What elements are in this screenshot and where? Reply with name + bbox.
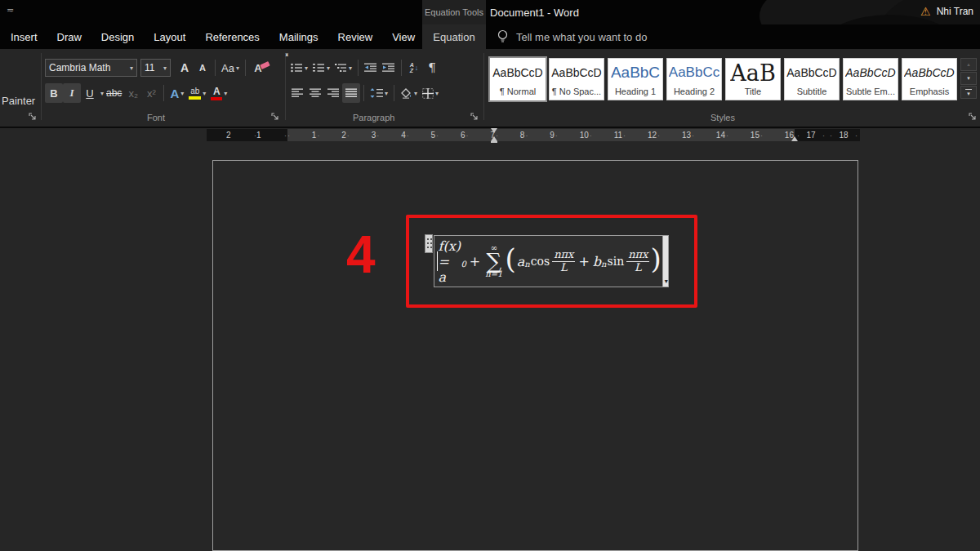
summation: ∞ ∑ n=1 bbox=[485, 244, 502, 278]
equation-container[interactable]: f(x) = a0 + ∞ ∑ n=1 ( an cos nπx L + bbox=[434, 235, 669, 287]
align-right-icon bbox=[327, 88, 340, 98]
bold-button[interactable]: B bbox=[45, 83, 63, 103]
strikethrough-button[interactable]: abc bbox=[104, 83, 124, 103]
style-card[interactable]: AaBbC Heading 1 bbox=[608, 58, 663, 100]
font-color-bar bbox=[211, 97, 222, 100]
styles-dialog-launcher[interactable] bbox=[967, 111, 978, 122]
paint-bucket-icon bbox=[400, 88, 412, 99]
chevron-down-icon: ▾ bbox=[224, 90, 227, 97]
align-center-button[interactable] bbox=[306, 83, 324, 103]
separator bbox=[245, 60, 246, 76]
ribbon-tab-bar: Insert Draw Design Layout References Mai… bbox=[0, 24, 980, 49]
chevron-down-icon: ▾ bbox=[327, 64, 330, 72]
styles-scroll-down[interactable]: ▾ bbox=[960, 72, 977, 85]
style-label: Subtitle bbox=[797, 87, 827, 100]
bullets-button[interactable]: ▾ bbox=[288, 58, 310, 78]
chevron-down-icon: ▾ bbox=[203, 90, 206, 97]
ribbon-tab[interactable]: Review bbox=[338, 31, 373, 43]
superscript-button[interactable]: x² bbox=[142, 83, 160, 103]
decrease-indent-button[interactable] bbox=[362, 58, 380, 78]
line-spacing-button[interactable]: ▾ bbox=[368, 83, 390, 103]
separator bbox=[363, 85, 364, 101]
increase-indent-button[interactable] bbox=[380, 58, 398, 78]
shrink-font-button[interactable]: A▾ bbox=[194, 58, 212, 78]
group-separator bbox=[41, 53, 42, 120]
shading-button[interactable]: ▾ bbox=[398, 83, 420, 103]
paragraph-dialog-launcher[interactable] bbox=[469, 111, 480, 122]
style-card[interactable]: AaBbCcD ¶ Normal bbox=[490, 58, 546, 100]
align-left-button[interactable] bbox=[288, 83, 306, 103]
font-name-combo[interactable]: Cambria Math▾ bbox=[45, 59, 137, 77]
clear-formatting-button[interactable]: A bbox=[249, 58, 267, 78]
font-color-button[interactable]: A ▾ bbox=[208, 83, 229, 103]
style-preview: AaBbCcD bbox=[845, 59, 895, 87]
ribbon-tab[interactable]: Mailings bbox=[279, 31, 318, 43]
style-preview: AaBbCc bbox=[669, 59, 719, 87]
tell-me-box[interactable]: Tell me what you want to do bbox=[497, 24, 647, 49]
account-chip[interactable]: ⚠ Nhi Tran bbox=[920, 6, 973, 17]
numbering-button[interactable]: ▾ bbox=[310, 58, 332, 78]
text-effects-button[interactable]: A▾ bbox=[167, 83, 186, 103]
show-marks-button[interactable]: ¶ bbox=[423, 58, 441, 78]
change-case-button[interactable]: Aa▾ bbox=[219, 58, 242, 78]
chevron-down-icon: ▾ bbox=[435, 90, 439, 97]
ribbon-tab[interactable]: Layout bbox=[154, 31, 185, 43]
styles-more-button[interactable]: ▾ bbox=[960, 86, 977, 99]
style-preview: AaBbCcD bbox=[551, 59, 601, 87]
styles-scroll-up[interactable]: ▴ bbox=[960, 58, 977, 71]
grip-dots-icon bbox=[427, 238, 429, 240]
ribbon-tab[interactable]: Insert bbox=[11, 31, 38, 43]
underline-button[interactable]: U bbox=[81, 83, 99, 103]
contextual-tab-group: Equation Tools Equation bbox=[422, 0, 486, 49]
ribbon-tabs: Insert Draw Design Layout References Mai… bbox=[11, 24, 457, 49]
style-card[interactable]: AaBbCcD Subtle Em... bbox=[843, 58, 898, 100]
format-painter-label[interactable]: Painter bbox=[2, 95, 35, 107]
first-line-indent-marker[interactable] bbox=[491, 128, 497, 133]
word-window: ≂ Document1 - Word ⚠ Nhi Tran Insert Dra… bbox=[0, 0, 980, 551]
align-left-icon bbox=[292, 88, 304, 98]
separator bbox=[401, 60, 402, 76]
justify-button[interactable] bbox=[342, 83, 360, 103]
equation-content[interactable]: f(x) = a0 + ∞ ∑ n=1 ( an cos nπx L + bbox=[434, 236, 662, 287]
font-size-combo[interactable]: 11▾ bbox=[140, 59, 171, 77]
quick-access-icon[interactable]: ≂ bbox=[7, 5, 14, 16]
equation-dropdown[interactable]: ▾ bbox=[662, 236, 668, 287]
ruler-left-margin: 2· 1· bbox=[207, 129, 287, 141]
multilevel-list-button[interactable]: ▾ bbox=[332, 58, 354, 78]
style-card[interactable]: AaB Title bbox=[725, 58, 781, 100]
style-card[interactable]: AaBbCcD ¶ No Spac... bbox=[549, 58, 604, 100]
ribbon-tab[interactable]: Design bbox=[101, 31, 134, 43]
chevron-down-icon: ▾ bbox=[414, 90, 417, 97]
chevron-down-icon: ▾ bbox=[665, 278, 668, 285]
grow-font-button[interactable]: A▴ bbox=[176, 58, 194, 78]
warning-icon: ⚠ bbox=[920, 6, 931, 17]
clipboard-dialog-launcher[interactable] bbox=[27, 111, 38, 122]
right-indent-marker[interactable] bbox=[791, 136, 798, 141]
highlight-button[interactable]: ab ▾ bbox=[186, 83, 208, 103]
ribbon-tab[interactable]: View bbox=[392, 31, 415, 43]
font-dialog-launcher[interactable] bbox=[270, 111, 281, 122]
chevron-down-icon: ▾ bbox=[130, 64, 133, 72]
sort-button[interactable]: AZ ↓ bbox=[405, 58, 423, 78]
align-right-button[interactable] bbox=[324, 83, 342, 103]
ribbon: Painter Cambria Math▾ 11▾ A▴ A▾ Aa▾ A bbox=[0, 49, 980, 128]
tab-equation[interactable]: Equation bbox=[422, 24, 486, 49]
equation-move-handle[interactable] bbox=[425, 234, 433, 253]
chevron-down-icon: ▾ bbox=[349, 64, 352, 72]
group-separator bbox=[285, 53, 286, 120]
separator bbox=[215, 60, 216, 76]
horizontal-ruler[interactable]: 2· 1· ·1 ·2 ·3 ·4 ·5 ·6 ·7 ·8 ·9 bbox=[207, 129, 860, 141]
italic-button[interactable]: I bbox=[63, 83, 81, 103]
borders-button[interactable]: ▾ bbox=[420, 83, 441, 103]
style-card[interactable]: AaBbCcD Subtitle bbox=[784, 58, 840, 100]
style-card[interactable]: AaBbCc Heading 2 bbox=[666, 58, 722, 100]
subscript-button[interactable]: x₂ bbox=[124, 83, 142, 103]
ribbon-tab[interactable]: References bbox=[205, 31, 259, 43]
fraction: nπx L bbox=[626, 249, 649, 274]
style-card[interactable]: AaBbCcD Emphasis bbox=[902, 58, 957, 100]
chevron-down-icon: ▾ bbox=[305, 64, 308, 72]
ribbon-tab[interactable]: Draw bbox=[57, 31, 82, 43]
decrease-indent-icon bbox=[364, 63, 377, 73]
increase-indent-icon bbox=[382, 63, 395, 73]
more-bar bbox=[965, 89, 972, 90]
